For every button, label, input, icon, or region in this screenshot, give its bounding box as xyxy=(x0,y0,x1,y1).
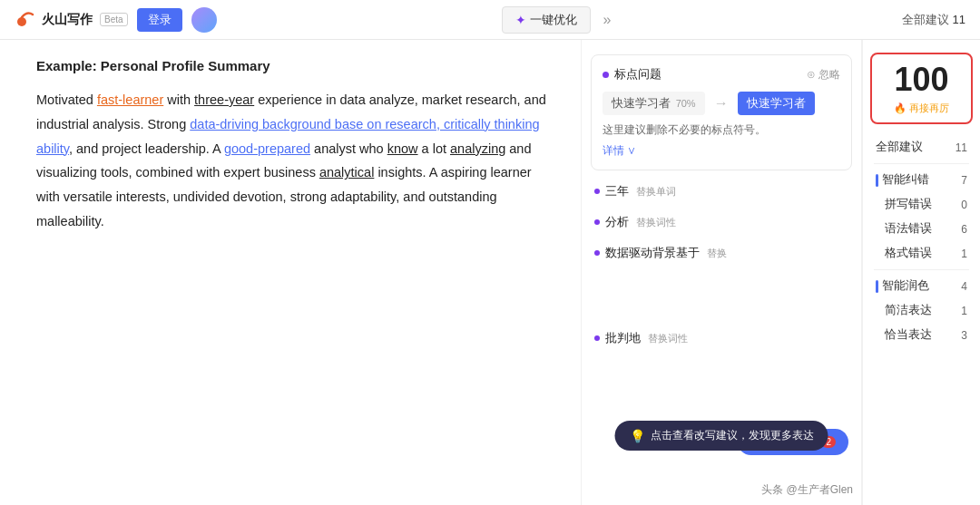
right-format-error[interactable]: 格式错误 1 xyxy=(863,241,980,266)
suggestions-label: 全部建议 xyxy=(902,12,949,28)
smart-correct-bar xyxy=(876,174,878,187)
right-smart-correct[interactable]: 智能纠错 7 xyxy=(863,168,980,192)
right-count-smart-correct: 7 xyxy=(961,174,967,187)
right-concise[interactable]: 简洁表达 1 xyxy=(863,298,980,323)
optimize-label: 一键优化 xyxy=(530,12,577,28)
item-label-2: 分析 xyxy=(605,214,629,230)
beta-badge: Beta xyxy=(100,13,128,26)
right-smart-polish[interactable]: 智能润色 4 xyxy=(863,274,980,298)
left-content: Example: Personal Profile Summary Motiva… xyxy=(0,40,581,505)
optimize-button[interactable]: ✦ 一键优化 xyxy=(502,6,591,34)
right-count-concise: 1 xyxy=(961,305,967,317)
right-appropriate[interactable]: 恰当表达 3 xyxy=(863,323,980,347)
app-name: 火山写作 xyxy=(42,12,93,28)
card-title: 标点问题 xyxy=(614,66,662,83)
star-icon: ✦ xyxy=(515,13,526,27)
tooltip-bar: 💡 点击查看改写建议，发现更多表达 xyxy=(615,421,828,451)
card-header: 标点问题 ⊙ 忽略 xyxy=(603,66,840,83)
text-good-prepared: good-prepared xyxy=(224,141,310,156)
text-analyst: analyst who xyxy=(310,141,387,156)
right-label-smart-correct: 智能纠错 xyxy=(882,172,929,188)
right-count-all: 11 xyxy=(956,141,967,154)
suggestion-card: 标点问题 ⊙ 忽略 快速学习者 70% → 快速学习者 这里建议删除不必要的标点… xyxy=(591,54,852,170)
doc-body: Motivated fast-learner with three-year e… xyxy=(36,88,552,234)
suggestion-item-4[interactable]: 批判地 替换词性 xyxy=(582,323,861,354)
text-fast-learner: fast-learner xyxy=(97,92,163,107)
right-count-smart-polish: 4 xyxy=(961,280,967,293)
text-motivated: Motivated xyxy=(36,92,97,107)
top-nav: 火山写作 Beta 登录 ✦ 一键优化 » 全部建议 11 xyxy=(0,0,980,40)
right-label-appropriate: 恰当表达 xyxy=(876,327,932,343)
nav-center: ✦ 一键优化 » xyxy=(226,6,893,34)
ignore-button[interactable]: ⊙ 忽略 xyxy=(807,67,840,83)
more-button[interactable]: » xyxy=(598,8,617,32)
item-tag-4: 替换词性 xyxy=(648,332,688,345)
fire-icon: 🔥 xyxy=(894,102,906,114)
item-dot-3 xyxy=(594,250,600,256)
score-number: 100 xyxy=(879,63,964,96)
middle-panel: 标点问题 ⊙ 忽略 快速学习者 70% → 快速学习者 这里建议删除不必要的标点… xyxy=(581,40,862,505)
arrow-icon: → xyxy=(714,95,729,112)
item-label-3: 数据驱动背景基于 xyxy=(605,245,700,261)
divider-1 xyxy=(874,163,969,164)
smart-polish-bar xyxy=(876,280,878,293)
card-detail[interactable]: 详情 ∨ xyxy=(603,143,840,159)
text-three-year: three-year xyxy=(194,92,254,107)
score-box: 100 🔥 再接再厉 xyxy=(870,53,973,124)
right-label-smart-polish: 智能润色 xyxy=(882,278,929,294)
item-tag-2: 替换词性 xyxy=(636,216,676,229)
suggested-word[interactable]: 快速学习者 xyxy=(738,92,815,115)
right-count-appropriate: 3 xyxy=(961,329,967,342)
suggestion-item-1[interactable]: 三年 替换单词 xyxy=(582,176,861,207)
right-all-suggestions[interactable]: 全部建议 11 xyxy=(863,135,980,160)
tooltip-text: 点击查看改写建议，发现更多表达 xyxy=(651,428,814,443)
suggestion-item-3[interactable]: 数据驱动背景基于 替换 xyxy=(582,238,861,268)
original-word: 快速学习者 70% xyxy=(603,92,705,115)
right-grammar-error[interactable]: 语法错误 6 xyxy=(863,217,980,241)
item-tag-1: 替换单词 xyxy=(636,185,676,199)
item-label-4: 批判地 xyxy=(605,330,641,346)
svg-point-0 xyxy=(17,17,26,26)
divider-2 xyxy=(874,269,969,270)
word-compare: 快速学习者 70% → 快速学习者 xyxy=(603,92,840,115)
text-analytical: analytical xyxy=(319,165,374,180)
login-button[interactable]: 登录 xyxy=(137,8,182,32)
card-desc: 这里建议删除不必要的标点符号。 xyxy=(603,122,840,138)
suggestion-item-2[interactable]: 分析 替换词性 xyxy=(582,207,861,238)
right-count-spell: 0 xyxy=(961,199,967,211)
score-sub: 🔥 再接再厉 xyxy=(879,102,964,115)
word-score: 70% xyxy=(676,98,696,109)
avatar-button[interactable] xyxy=(191,7,217,33)
text-with: with xyxy=(163,92,194,107)
watermark: 头条 @生产者Glen xyxy=(761,482,853,498)
text-know: know xyxy=(387,141,418,156)
right-label-concise: 简洁表达 xyxy=(876,303,932,318)
right-label-grammar: 语法错误 xyxy=(876,221,932,237)
bulb-icon: 💡 xyxy=(630,429,645,443)
right-spell-error[interactable]: 拼写错误 0 xyxy=(863,192,980,217)
nav-right: 全部建议 11 xyxy=(902,12,965,28)
right-count-grammar: 6 xyxy=(961,223,967,236)
doc-title: Example: Personal Profile Summary xyxy=(36,58,552,73)
text-alot: a lot xyxy=(418,141,450,156)
item-dot-1 xyxy=(594,189,600,194)
right-label-spell: 拼写错误 xyxy=(876,197,932,212)
main-layout: Example: Personal Profile Summary Motiva… xyxy=(0,40,980,505)
card-dot xyxy=(603,72,609,78)
right-panel: 100 🔥 再接再厉 全部建议 11 智能纠错 7 拼写错误 0 语法错误 xyxy=(862,40,980,505)
circle-icon: ⊙ xyxy=(807,68,818,81)
item-label-1: 三年 xyxy=(605,183,629,199)
text-and-project: , and project leadership. A xyxy=(69,141,224,156)
text-analyzing: analyzing xyxy=(450,141,505,156)
right-label-all: 全部建议 xyxy=(876,140,923,155)
item-tag-3: 替换 xyxy=(707,247,727,260)
right-count-format: 1 xyxy=(961,248,967,260)
item-dot-2 xyxy=(594,219,600,225)
suggestions-count: 11 xyxy=(953,13,965,26)
item-dot-4 xyxy=(594,335,600,341)
logo-icon xyxy=(15,9,36,31)
right-label-format: 格式错误 xyxy=(876,246,932,261)
logo-area: 火山写作 Beta xyxy=(15,9,128,31)
